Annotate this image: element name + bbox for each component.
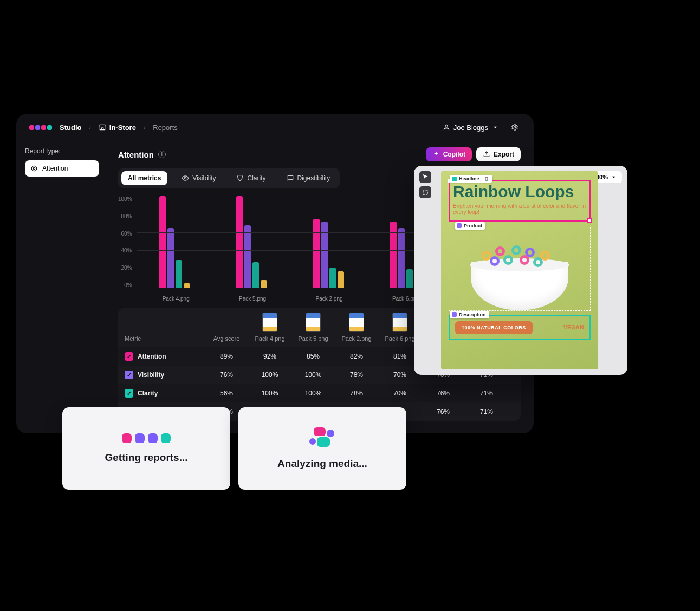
- pack-thumb[interactable]: [306, 313, 321, 332]
- status-getting-reports: Getting reports...: [62, 407, 230, 490]
- settings-button[interactable]: [509, 121, 521, 133]
- marquee-tool[interactable]: [419, 186, 431, 198]
- bar-visibility[interactable]: [244, 225, 251, 288]
- value-cell: 78%: [335, 371, 378, 379]
- svg-point-0: [445, 125, 448, 127]
- description-region[interactable]: Description 100% NATURAL COLORS VEGAN: [449, 315, 591, 340]
- pack-thumb[interactable]: [262, 313, 277, 332]
- bar-clarity[interactable]: [329, 268, 336, 288]
- product-tag[interactable]: Product: [455, 222, 485, 230]
- bar-clarity[interactable]: [176, 260, 182, 288]
- value-cell: 92%: [248, 353, 291, 360]
- tab-all-metrics[interactable]: All metrics: [121, 171, 167, 185]
- cursor-icon: [422, 173, 429, 181]
- header-right: Joe Bloggs: [443, 121, 521, 133]
- chevron-right-icon: ›: [89, 125, 90, 131]
- tab-digestibility[interactable]: Digestibility: [280, 171, 337, 185]
- avg-cell: 89%: [205, 353, 248, 360]
- logo-icon: [29, 125, 52, 130]
- y-tick: 60%: [118, 231, 132, 237]
- description-tag[interactable]: Description: [450, 311, 489, 318]
- loading-dots-icon: [122, 433, 171, 443]
- natural-badge: 100% NATURAL COLORS: [455, 321, 533, 334]
- y-tick: 80%: [118, 213, 132, 219]
- product-region[interactable]: Product: [449, 227, 591, 311]
- export-button[interactable]: Export: [476, 147, 521, 161]
- info-icon[interactable]: i: [158, 151, 166, 158]
- loading-cluster-icon: [309, 427, 335, 449]
- sidebar-label: Report type:: [25, 147, 99, 155]
- x-tick: Pack 2.png: [291, 296, 367, 302]
- col-avg: Avg score: [205, 335, 248, 342]
- sidebar-item-attention[interactable]: Attention: [25, 160, 99, 177]
- trash-icon[interactable]: [484, 176, 489, 181]
- chart-group: [290, 196, 367, 288]
- metric-checkbox[interactable]: ✓: [125, 370, 133, 379]
- bar-attention[interactable]: [159, 196, 166, 288]
- tab-visibility[interactable]: Visibility: [175, 171, 222, 185]
- crumb-app[interactable]: Studio: [60, 123, 81, 132]
- metric-cell: ✓Visibility: [118, 370, 205, 379]
- bar-digestibility[interactable]: [261, 280, 267, 288]
- value-cell: 100%: [248, 389, 291, 397]
- value-cell: 85%: [291, 353, 335, 360]
- pack-thumb[interactable]: [349, 313, 364, 332]
- bar-clarity[interactable]: [406, 269, 413, 288]
- value-cell: 71%: [465, 389, 508, 397]
- bar-attention[interactable]: [313, 219, 320, 288]
- tab-label: Clarity: [247, 174, 265, 182]
- tag-label: Product: [464, 223, 482, 229]
- chevron-down-icon: [491, 123, 499, 131]
- avg-cell: 56%: [205, 389, 248, 397]
- pack-thumb[interactable]: [392, 313, 407, 332]
- preview-canvas[interactable]: Headline Rainbow Loops Brighten your mor…: [441, 171, 598, 369]
- copilot-button[interactable]: Copilot: [426, 147, 472, 161]
- x-tick: Pack 5.png: [214, 296, 290, 302]
- subline-text: Brighten your morning with a burst of co…: [453, 203, 586, 215]
- breadcrumb: Studio › In-Store › Reports: [29, 123, 178, 132]
- tab-clarity[interactable]: Clarity: [230, 171, 272, 185]
- status-text: Analyzing media...: [277, 458, 367, 470]
- value-cell: 82%: [335, 353, 378, 360]
- col-pack: Pack 4.png: [248, 335, 291, 342]
- crumb-page[interactable]: Reports: [153, 123, 178, 132]
- value-cell: 100%: [248, 371, 291, 379]
- user-name: Joe Bloggs: [453, 123, 488, 132]
- bar-clarity[interactable]: [252, 262, 259, 288]
- bar-digestibility[interactable]: [184, 283, 190, 288]
- headline-tag[interactable]: Headline: [450, 175, 492, 183]
- diamond-icon: [236, 174, 244, 182]
- x-tick: Pack 4.png: [138, 296, 214, 302]
- bar-visibility[interactable]: [398, 228, 405, 288]
- preview-card: 100% Headline Rainbow Loops Brighten you…: [414, 166, 627, 375]
- col-pack: Pack 2.png: [335, 335, 378, 342]
- preview-toolbar: [419, 171, 431, 198]
- panel-title: Attention i: [118, 150, 166, 159]
- user-icon: [443, 123, 450, 131]
- eye-icon: [182, 174, 189, 182]
- headline-region[interactable]: Headline Rainbow Loops Brighten your mor…: [449, 180, 591, 222]
- chat-icon: [287, 174, 294, 182]
- value-cell: 100%: [291, 371, 335, 379]
- head-actions: Copilot Export: [426, 147, 521, 161]
- bar-attention[interactable]: [236, 196, 243, 288]
- bar-visibility[interactable]: [167, 228, 174, 288]
- metric-checkbox[interactable]: ✓: [125, 352, 133, 361]
- crumb-section-label: In-Store: [109, 123, 136, 132]
- bar-digestibility[interactable]: [338, 271, 344, 288]
- y-tick: 100%: [118, 196, 132, 202]
- metric-label: Visibility: [138, 371, 164, 379]
- cursor-tool[interactable]: [419, 171, 431, 183]
- chevron-right-icon: ›: [144, 125, 145, 131]
- panel-title-text: Attention: [118, 150, 154, 159]
- user-menu[interactable]: Joe Bloggs: [443, 123, 499, 132]
- color-swatch: [452, 312, 457, 317]
- copilot-label: Copilot: [443, 151, 465, 158]
- crumb-section[interactable]: In-Store: [99, 123, 136, 132]
- value-cell: 71%: [508, 408, 521, 415]
- bar-attention[interactable]: [390, 222, 397, 288]
- bar-visibility[interactable]: [321, 222, 328, 288]
- y-tick: 40%: [118, 248, 132, 253]
- marquee-icon: [422, 188, 429, 196]
- metric-checkbox[interactable]: ✓: [125, 389, 133, 398]
